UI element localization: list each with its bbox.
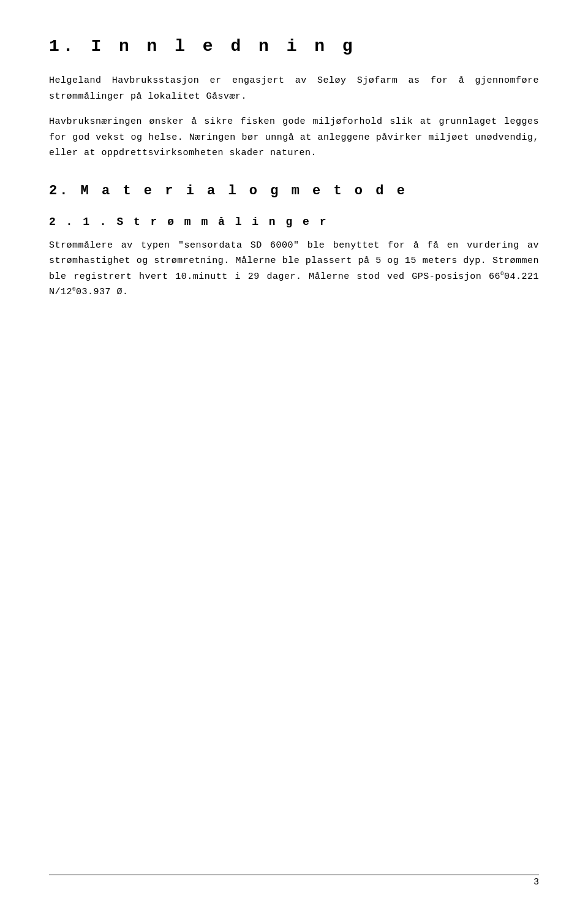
section1-paragraph2: Havbruksnæringen ønsker å sikre fisken g… (49, 114, 539, 161)
section1-paragraph1: Helgeland Havbruksstasjon er engasjert a… (49, 73, 539, 104)
section2-1-heading: 2 . 1 . S t r ø m m å l i n g e r (49, 216, 539, 228)
section1-heading: 1. I n n l e d n i n g (49, 37, 539, 56)
section2-1-paragraph1: Strømmålere av typen "sensordata SD 6000… (49, 238, 539, 300)
section2-heading: 2. M a t e r i a l o g m e t o d e (49, 183, 539, 199)
page-number: 3 (533, 877, 539, 887)
bottom-divider (49, 875, 539, 875)
page: 1. I n n l e d n i n g Helgeland Havbruk… (0, 0, 588, 912)
